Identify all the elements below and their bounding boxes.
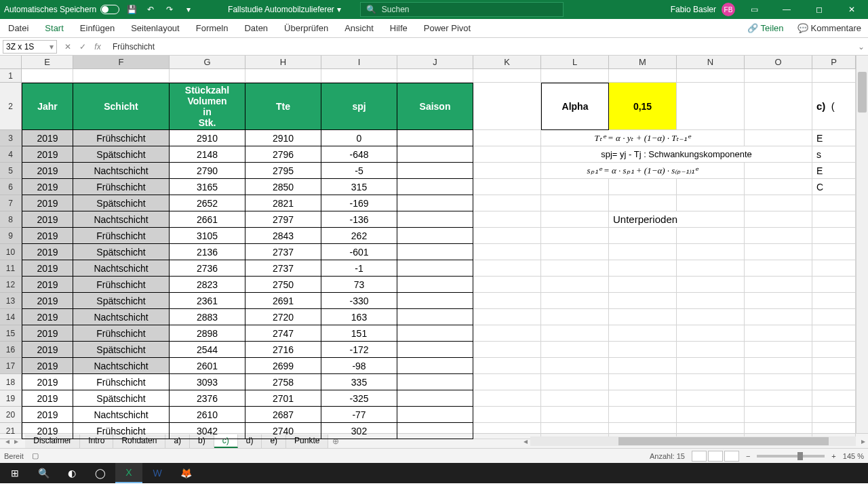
scroll-thumb[interactable] bbox=[858, 72, 867, 113]
cell-h-6[interactable]: 2850 bbox=[245, 179, 321, 195]
cell-j-11[interactable] bbox=[397, 260, 473, 277]
cell-h-16[interactable]: 2716 bbox=[245, 342, 321, 358]
cell-schicht-19[interactable]: Spätschicht bbox=[73, 390, 170, 407]
col-header-O[interactable]: O bbox=[745, 56, 812, 69]
cell-O18[interactable] bbox=[745, 374, 812, 390]
cell-K6[interactable] bbox=[473, 179, 541, 195]
cell-h-17[interactable]: 2699 bbox=[245, 358, 321, 374]
cell-M15[interactable] bbox=[609, 325, 677, 342]
cell-schicht-9[interactable]: Frühschicht bbox=[73, 228, 170, 244]
cell-h-7[interactable]: 2821 bbox=[245, 195, 321, 211]
row-header-14[interactable]: 14 bbox=[0, 309, 22, 325]
cell-P5[interactable]: E bbox=[812, 163, 856, 179]
cell-schicht-17[interactable]: Nachtschicht bbox=[73, 358, 170, 374]
app-icon-1[interactable]: ◐ bbox=[58, 463, 85, 483]
cell-M14[interactable] bbox=[609, 309, 677, 325]
share-button[interactable]: 🔗 Teilen bbox=[741, 19, 791, 37]
cell-j-4[interactable] bbox=[397, 146, 473, 163]
cell-i-3[interactable]: 0 bbox=[321, 130, 397, 146]
cell-K15[interactable] bbox=[473, 325, 541, 342]
cell-P16[interactable] bbox=[812, 342, 856, 358]
cell-jahr-5[interactable]: 2019 bbox=[22, 163, 73, 179]
cell-g-19[interactable]: 2376 bbox=[170, 390, 245, 407]
cell-L12[interactable] bbox=[541, 277, 609, 293]
cell-i-4[interactable]: -648 bbox=[321, 146, 397, 163]
normal-view-icon[interactable] bbox=[692, 451, 707, 462]
cell-K8[interactable] bbox=[473, 211, 541, 228]
cell-I1[interactable] bbox=[321, 69, 397, 83]
cell-i-17[interactable]: -98 bbox=[321, 358, 397, 374]
cell-L14[interactable] bbox=[541, 309, 609, 325]
cancel-icon[interactable]: ✕ bbox=[61, 40, 75, 54]
ribbon-tab-power pivot[interactable]: Power Pivot bbox=[416, 19, 479, 37]
cell-jahr-4[interactable]: 2019 bbox=[22, 146, 73, 163]
cell-j-14[interactable] bbox=[397, 309, 473, 325]
cell-K2[interactable] bbox=[473, 83, 541, 130]
cell-h-5[interactable]: 2795 bbox=[245, 163, 321, 179]
cell-O17[interactable] bbox=[745, 358, 812, 374]
col-header-F[interactable]: F bbox=[73, 56, 170, 69]
cell-h-19[interactable]: 2701 bbox=[245, 390, 321, 407]
row-header-20[interactable]: 20 bbox=[0, 407, 22, 423]
cell-j-9[interactable] bbox=[397, 228, 473, 244]
cell-P17[interactable] bbox=[812, 358, 856, 374]
cell-g-8[interactable]: 2661 bbox=[170, 211, 245, 228]
cell-schicht-16[interactable]: Spätschicht bbox=[73, 342, 170, 358]
ribbon-tab-datei[interactable]: Datei bbox=[0, 19, 37, 37]
cell-h-10[interactable]: 2737 bbox=[245, 244, 321, 260]
cell-K9[interactable] bbox=[473, 228, 541, 244]
col-header-I[interactable]: I bbox=[321, 56, 397, 69]
cell-jahr-8[interactable]: 2019 bbox=[22, 211, 73, 228]
cell-g-10[interactable]: 2136 bbox=[170, 244, 245, 260]
cell-g-6[interactable]: 3165 bbox=[170, 179, 245, 195]
cell-O13[interactable] bbox=[745, 293, 812, 309]
cell-jahr-18[interactable]: 2019 bbox=[22, 374, 73, 390]
cell-M12[interactable] bbox=[609, 277, 677, 293]
word-taskbar-icon[interactable]: W bbox=[144, 463, 171, 483]
cell-K7[interactable] bbox=[473, 195, 541, 211]
cell-P4[interactable]: s bbox=[812, 146, 856, 163]
cell-O20[interactable] bbox=[745, 407, 812, 423]
cell-N14[interactable] bbox=[677, 309, 745, 325]
cell-jahr-11[interactable]: 2019 bbox=[22, 260, 73, 277]
cell-P20[interactable] bbox=[812, 407, 856, 423]
cell-j-13[interactable] bbox=[397, 293, 473, 309]
zoom-in-icon[interactable]: + bbox=[831, 452, 835, 460]
ribbon-tab-hilfe[interactable]: Hilfe bbox=[382, 19, 416, 37]
cell-i-14[interactable]: 163 bbox=[321, 309, 397, 325]
cell-P1[interactable] bbox=[812, 69, 856, 83]
cell-O1[interactable] bbox=[745, 69, 812, 83]
cell-M1[interactable] bbox=[609, 69, 677, 83]
col-header-L[interactable]: L bbox=[541, 56, 609, 69]
cell-K4[interactable] bbox=[473, 146, 541, 163]
row-header-4[interactable]: 4 bbox=[0, 146, 22, 163]
row-header-21[interactable]: 21 bbox=[0, 423, 22, 439]
col-header-G[interactable]: G bbox=[170, 56, 245, 69]
cell-jahr-3[interactable]: 2019 bbox=[22, 130, 73, 146]
cell-K1[interactable] bbox=[473, 69, 541, 83]
col-header-K[interactable]: K bbox=[473, 56, 541, 69]
row-header-19[interactable]: 19 bbox=[0, 390, 22, 407]
ribbon-tab-ansicht[interactable]: Ansicht bbox=[336, 19, 382, 37]
ribbon-tab-einfügen[interactable]: Einfügen bbox=[72, 19, 123, 37]
cell-h-13[interactable]: 2691 bbox=[245, 293, 321, 309]
cell-i-15[interactable]: 151 bbox=[321, 325, 397, 342]
cell-g-3[interactable]: 2910 bbox=[170, 130, 245, 146]
cell-P14[interactable] bbox=[812, 309, 856, 325]
page-break-view-icon[interactable] bbox=[724, 451, 739, 462]
cell-j-5[interactable] bbox=[397, 163, 473, 179]
cell-K20[interactable] bbox=[473, 407, 541, 423]
comments-button[interactable]: 💬 Kommentare bbox=[791, 19, 868, 37]
cell-h-3[interactable]: 2910 bbox=[245, 130, 321, 146]
cell-schicht-6[interactable]: Frühschicht bbox=[73, 179, 170, 195]
cell-L19[interactable] bbox=[541, 390, 609, 407]
cell-g-14[interactable]: 2883 bbox=[170, 309, 245, 325]
cell-L17[interactable] bbox=[541, 358, 609, 374]
zoom-level[interactable]: 145 % bbox=[843, 452, 864, 460]
cell-O15[interactable] bbox=[745, 325, 812, 342]
cell-K10[interactable] bbox=[473, 244, 541, 260]
cell-M17[interactable] bbox=[609, 358, 677, 374]
cell-K17[interactable] bbox=[473, 358, 541, 374]
search-taskbar-icon[interactable]: 🔍 bbox=[30, 463, 57, 483]
cell-jahr-19[interactable]: 2019 bbox=[22, 390, 73, 407]
